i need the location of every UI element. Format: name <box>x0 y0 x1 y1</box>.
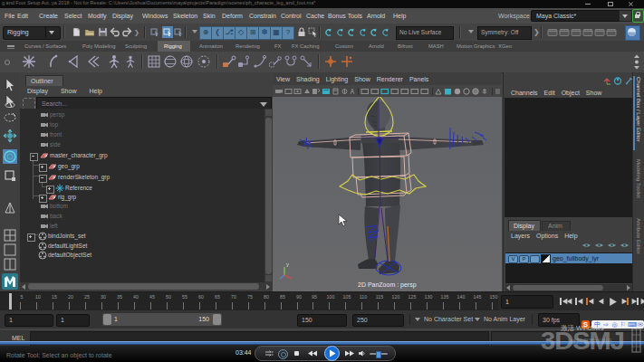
svg-text:2D PanZoom : persp: 2D PanZoom : persp <box>358 281 417 289</box>
svg-text:y: y <box>286 262 289 267</box>
